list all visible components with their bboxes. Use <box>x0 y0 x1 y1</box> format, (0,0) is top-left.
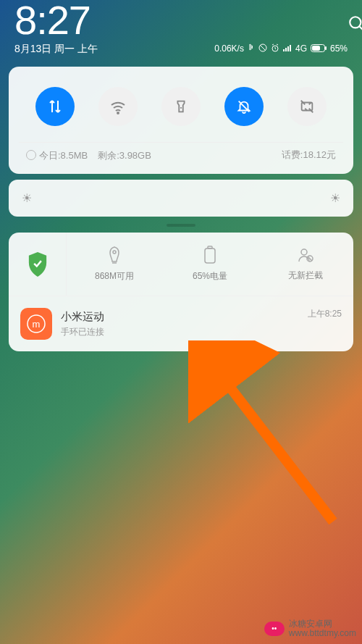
toggle-wifi[interactable] <box>98 87 138 126</box>
svg-rect-5 <box>290 45 291 51</box>
cloud-icon <box>26 150 36 160</box>
watermark-url: www.bttdtmy.com <box>289 629 356 638</box>
date: 8月13日 周一 上午 <box>14 43 98 54</box>
notif-subtitle: 手环已连接 <box>61 326 308 338</box>
svg-text:m: m <box>33 319 41 330</box>
signal-label: 4G <box>295 44 307 53</box>
notif-time: 上午8:25 <box>308 308 342 320</box>
memory-label: 868M可用 <box>95 270 134 283</box>
block-label: 无新拦截 <box>288 269 323 282</box>
annotation-arrow <box>188 340 348 529</box>
security-shield[interactable] <box>9 233 67 296</box>
alarm-icon <box>271 43 279 54</box>
sun-bright-icon: ☀ <box>330 191 340 205</box>
search-icon[interactable] <box>348 14 362 36</box>
watermark: •• 冰糖安卓网 www.bttdtmy.com <box>264 619 356 638</box>
watermark-brand: 冰糖安卓网 <box>289 619 356 629</box>
memory-tool[interactable]: 868M可用 <box>67 233 162 296</box>
bluetooth-icon <box>248 43 255 54</box>
panel-handle[interactable] <box>167 224 195 227</box>
remaining-data: 剩余:3.98GB <box>98 149 151 162</box>
tools-card: 868M可用 65%电量 无新拦截 m 小米运动 手环已连接 上午8:25 <box>9 233 353 351</box>
status-icons: 0.06K/s 4G 65% <box>214 43 348 54</box>
svg-point-9 <box>350 17 361 28</box>
net-speed: 0.06K/s <box>214 44 244 53</box>
battery-tool[interactable]: 65%电量 <box>162 233 258 296</box>
quick-settings-card: 今日:8.5MB 剩余:3.98GB 话费:18.12元 <box>9 67 353 174</box>
bill-amount: 话费:18.12元 <box>282 149 336 162</box>
toggle-flashlight[interactable] <box>161 87 201 126</box>
svg-rect-14 <box>208 246 212 248</box>
svg-point-10 <box>117 112 119 114</box>
toggle-screenshot[interactable] <box>287 87 327 126</box>
brightness-slider[interactable]: ☀ ☀ <box>9 180 353 217</box>
svg-rect-7 <box>312 46 320 51</box>
clock: 8:27 <box>14 0 348 41</box>
svg-rect-4 <box>287 46 289 51</box>
dnd-icon <box>258 43 267 54</box>
block-tool[interactable]: 无新拦截 <box>258 233 353 296</box>
svg-rect-8 <box>325 46 327 50</box>
svg-point-15 <box>301 249 307 255</box>
battery-icon <box>311 44 327 54</box>
svg-rect-13 <box>205 248 215 263</box>
svg-rect-3 <box>285 48 287 51</box>
battery-pct: 65% <box>330 44 348 53</box>
toggle-dnd[interactable] <box>224 87 264 126</box>
toggle-mobile-data[interactable] <box>35 87 75 126</box>
notification-item[interactable]: m 小米运动 手环已连接 上午8:25 <box>9 296 353 351</box>
battery-label: 65%电量 <box>193 270 227 283</box>
svg-rect-2 <box>283 49 285 51</box>
data-usage-row[interactable]: 今日:8.5MB 剩余:3.98GB 话费:18.12元 <box>19 142 343 164</box>
sun-dim-icon: ☀ <box>22 191 32 205</box>
today-usage: 今日:8.5MB <box>39 150 88 161</box>
watermark-logo: •• <box>264 622 285 636</box>
svg-point-12 <box>113 251 116 254</box>
notif-title: 小米运动 <box>61 310 308 324</box>
signal-icon <box>283 44 292 53</box>
app-icon: m <box>20 308 52 340</box>
